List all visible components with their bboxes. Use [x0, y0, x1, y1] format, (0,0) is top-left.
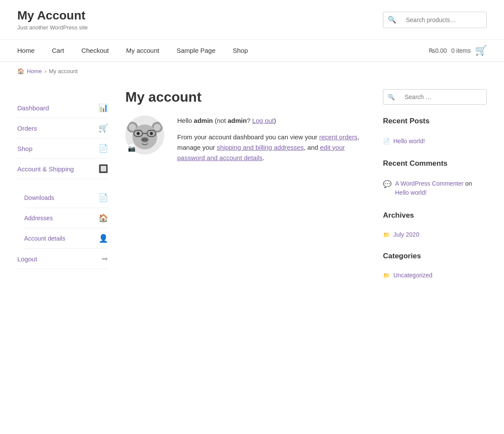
header-search-form: 🔍: [383, 12, 487, 28]
site-tagline: Just another WordPress site: [17, 24, 88, 31]
recent-posts-widget: Recent Posts Hello world!: [383, 117, 487, 147]
avatar-wrap: 📷: [125, 116, 164, 154]
svg-point-9: [137, 132, 140, 135]
dashboard-icon: 📊: [99, 103, 108, 113]
header-search-input[interactable]: [401, 12, 487, 28]
addresses-icon: 🏠: [99, 213, 108, 223]
site-branding: My Account Just another WordPress site: [17, 9, 88, 31]
breadcrumb-separator: ›: [45, 68, 46, 74]
breadcrumb-current: My account: [49, 68, 77, 74]
logout-icon: ➡: [102, 254, 108, 264]
list-item: Hello world!: [383, 135, 487, 147]
svg-point-13: [145, 138, 147, 141]
categories-title: Categories: [383, 252, 487, 263]
orders-icon: 🛒: [99, 123, 108, 133]
nav-my-account[interactable]: My account: [118, 40, 168, 61]
recent-posts-list: Hello world!: [383, 135, 487, 147]
archives-widget: Archives July 2020: [383, 211, 487, 240]
cart-info: ₨0.00 0 items 🛒: [429, 45, 487, 56]
nav-link-dashboard[interactable]: Dashboard: [17, 104, 49, 112]
category-uncategorized[interactable]: Uncategorized: [393, 272, 432, 279]
svg-point-12: [143, 138, 145, 141]
svg-point-10: [150, 132, 153, 135]
nav-item-account-details[interactable]: Account details 👤: [24, 228, 108, 249]
account-section: 📷 Hello admin (not admin? Log out) From …: [125, 116, 366, 169]
account-details-icon: 👤: [99, 234, 108, 243]
nav-link-account-shipping[interactable]: Account & Shipping: [17, 165, 74, 173]
sub-nav: Downloads 📄 Addresses 🏠 Account details …: [17, 188, 108, 249]
categories-widget: Categories Uncategorized: [383, 252, 487, 280]
nav-sample-page[interactable]: Sample Page: [168, 40, 224, 61]
commenter-link[interactable]: A WordPress Commenter: [395, 180, 463, 187]
nav-home[interactable]: Home: [17, 40, 43, 61]
site-header: My Account Just another WordPress site 🔍: [0, 0, 504, 40]
nav-item-account-shipping[interactable]: Account & Shipping 🔲: [17, 159, 108, 179]
comment-text: A WordPress Commenter on Hello world!: [395, 179, 487, 197]
dashboard-description: From your account dashboard you can view…: [177, 132, 366, 163]
account-shipping-icon: 🔲: [99, 164, 108, 174]
site-title: My Account: [17, 9, 88, 23]
content-area: My account: [125, 89, 366, 293]
nav-item-logout[interactable]: Logout ➡: [17, 249, 108, 269]
nav-link-account-details[interactable]: Account details: [24, 235, 65, 242]
category-item: Uncategorized: [383, 270, 487, 280]
account-text: Hello admin (not admin? Log out) From yo…: [177, 116, 366, 169]
username-label: admin: [194, 117, 213, 124]
shipping-billing-link[interactable]: shipping and billing addresses: [217, 144, 304, 151]
greeting-text: Hello admin (not admin? Log out): [177, 116, 366, 126]
recent-post-hello-world[interactable]: Hello world!: [393, 138, 425, 145]
account-nav: Dashboard 📊 Orders 🛒 Shop 📄 Account & Sh…: [17, 98, 108, 269]
shop-icon: 📄: [99, 144, 108, 153]
sidebar-right: 🔍 Recent Posts Hello world! Recent Comme…: [383, 89, 487, 293]
page-title: My account: [125, 89, 366, 105]
nav-cart[interactable]: Cart: [43, 40, 73, 61]
main-content: Dashboard 📊 Orders 🛒 Shop 📄 Account & Sh…: [0, 80, 504, 310]
header-search-button[interactable]: 🔍: [383, 12, 401, 27]
not-username-label: admin: [228, 117, 247, 124]
nav-item-orders[interactable]: Orders 🛒: [17, 118, 108, 138]
archives-title: Archives: [383, 211, 487, 222]
search-widget: 🔍: [383, 89, 487, 105]
nav-shop[interactable]: Shop: [224, 40, 257, 61]
site-nav: Home Cart Checkout My account Sample Pag…: [0, 40, 504, 62]
nav-item-dashboard[interactable]: Dashboard 📊: [17, 98, 108, 118]
home-icon: 🏠: [17, 68, 24, 74]
sidebar-search-form: 🔍: [383, 89, 487, 105]
nav-link-shop[interactable]: Shop: [17, 145, 32, 152]
sidebar-search-button[interactable]: 🔍: [383, 90, 399, 104]
recent-posts-title: Recent Posts: [383, 117, 487, 128]
recent-comments-title: Recent Comments: [383, 159, 487, 170]
breadcrumb-home[interactable]: Home: [27, 68, 42, 74]
archive-item: July 2020: [383, 229, 487, 240]
nav-links: Home Cart Checkout My account Sample Pag…: [17, 40, 257, 61]
nav-item-addresses[interactable]: Addresses 🏠: [24, 208, 108, 228]
nav-link-logout[interactable]: Logout: [17, 255, 37, 263]
nav-item-shop[interactable]: Shop 📄: [17, 138, 108, 159]
logout-link[interactable]: Log out: [252, 117, 274, 124]
sidebar-left: Dashboard 📊 Orders 🛒 Shop 📄 Account & Sh…: [17, 89, 108, 293]
comment-item: 💬 A WordPress Commenter on Hello world!: [383, 177, 487, 199]
camera-icon: 📷: [127, 144, 136, 153]
cart-items: 0 items: [451, 47, 471, 54]
commented-post-link[interactable]: Hello world!: [395, 189, 427, 196]
sidebar-search-input[interactable]: [399, 90, 486, 104]
archive-july-2020[interactable]: July 2020: [393, 231, 419, 238]
nav-item-downloads[interactable]: Downloads 📄: [24, 188, 108, 208]
nav-link-addresses[interactable]: Addresses: [24, 215, 53, 222]
nav-link-downloads[interactable]: Downloads: [24, 194, 54, 201]
cart-basket-icon[interactable]: 🛒: [475, 45, 487, 56]
cart-amount: ₨0.00: [429, 47, 447, 54]
recent-comments-widget: Recent Comments 💬 A WordPress Commenter …: [383, 159, 487, 199]
downloads-icon: 📄: [99, 193, 108, 203]
breadcrumb: 🏠 Home › My account: [0, 62, 504, 80]
recent-orders-link[interactable]: recent orders: [319, 133, 357, 141]
nav-link-orders[interactable]: Orders: [17, 125, 37, 132]
comment-bubble-icon: 💬: [383, 180, 392, 188]
nav-checkout[interactable]: Checkout: [73, 40, 117, 61]
